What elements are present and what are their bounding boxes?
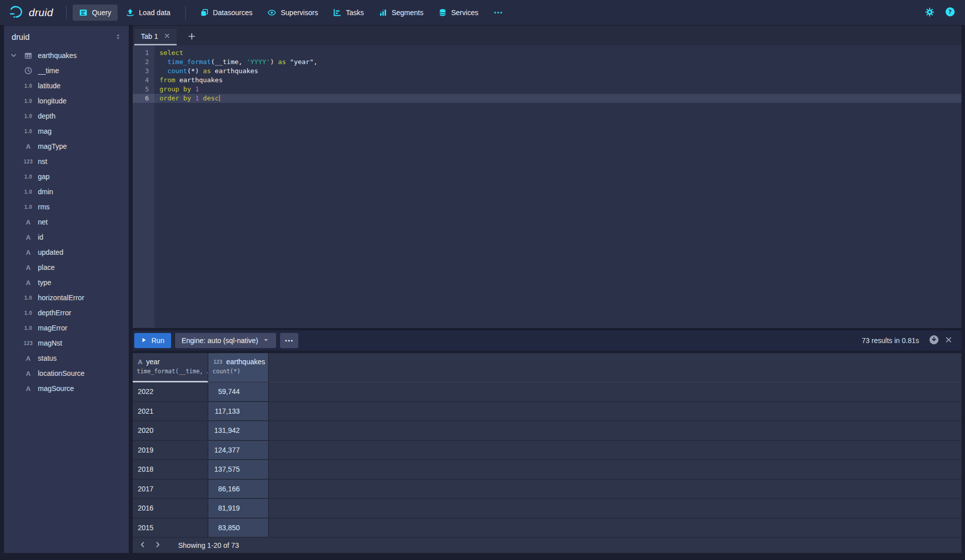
help-button[interactable]: ? xyxy=(944,6,956,19)
row-filler xyxy=(269,441,961,460)
nav-item-segments[interactable]: Segments xyxy=(372,5,430,21)
cell-year[interactable]: 2015 xyxy=(133,519,208,537)
cell-earthquakes[interactable]: 117,133 xyxy=(208,402,269,421)
table-row: 2021117,133 xyxy=(133,402,961,422)
column-label: depthError xyxy=(38,309,71,317)
code-line-4[interactable]: 4from earthquakes xyxy=(133,76,961,85)
download-results-button[interactable] xyxy=(928,334,940,347)
column-locationSource[interactable]: AlocationSource xyxy=(4,366,129,381)
column-depth[interactable]: 1.0depth xyxy=(4,108,129,124)
sort-icon[interactable] xyxy=(115,33,122,42)
column-label: gap xyxy=(38,173,49,181)
string-type-icon: A xyxy=(21,218,35,226)
prev-page-button[interactable] xyxy=(135,539,150,552)
row-filler xyxy=(269,421,961,440)
column-updated[interactable]: Aupdated xyxy=(4,245,129,260)
cell-earthquakes[interactable]: 124,377 xyxy=(208,441,269,460)
download-icon xyxy=(929,335,939,346)
column-magError[interactable]: 1.0magError xyxy=(4,320,129,335)
code-line-2[interactable]: 2 time_format(__time, 'YYYY') as "year", xyxy=(133,58,961,67)
next-page-button[interactable] xyxy=(150,539,165,552)
cell-earthquakes[interactable]: 131,942 xyxy=(208,421,269,440)
cell-year[interactable]: 2019 xyxy=(133,441,208,460)
column-rms[interactable]: 1.0rms xyxy=(4,199,129,214)
column-earthquakes[interactable]: earthquakes xyxy=(4,48,129,63)
cell-year[interactable]: 2021 xyxy=(133,402,208,421)
cell-earthquakes[interactable]: 86,166 xyxy=(208,480,269,498)
column-magNst[interactable]: 123magNst xyxy=(4,335,129,351)
int-type-icon: 123 xyxy=(21,341,35,346)
cell-year[interactable]: 2017 xyxy=(133,480,208,498)
code-line-6[interactable]: 6order by 1 desc xyxy=(133,94,961,103)
column-time[interactable]: __time xyxy=(4,63,129,78)
nav-item-datasources[interactable]: Datasources xyxy=(194,5,259,21)
code-line-5[interactable]: 5group by 1 xyxy=(133,85,961,94)
column-id[interactable]: Aid xyxy=(4,230,129,245)
chevron-down-icon[interactable] xyxy=(10,52,21,59)
sql-editor[interactable]: 1select2 time_format(__time, 'YYYY') as … xyxy=(133,45,961,328)
code-content: group by 1 xyxy=(154,85,199,94)
column-type[interactable]: Atype xyxy=(4,275,129,290)
cell-year[interactable]: 2016 xyxy=(133,499,208,518)
nav-item-services[interactable]: Services xyxy=(432,5,485,21)
nav-item-supervisors[interactable]: Supervisors xyxy=(261,5,325,21)
results-panel: A year time_format(__time, … 123 earthqu… xyxy=(133,353,961,553)
close-icon xyxy=(945,336,952,345)
column-place[interactable]: Aplace xyxy=(4,260,129,275)
row-filler xyxy=(269,402,961,421)
tab-tab1[interactable]: Tab 1 xyxy=(134,29,177,45)
settings-button[interactable] xyxy=(924,7,935,19)
column-tree: earthquakes__time1.0latitude1.0longitude… xyxy=(4,48,129,396)
column-dmin[interactable]: 1.0dmin xyxy=(4,184,129,199)
float-type-icon: 1.0 xyxy=(21,83,35,89)
column-status[interactable]: Astatus xyxy=(4,351,129,366)
column-nst[interactable]: 123nst xyxy=(4,154,129,169)
float-type-icon: 1.0 xyxy=(21,204,35,210)
column-label: nst xyxy=(38,157,47,165)
string-type-icon: A xyxy=(21,264,35,271)
int-type-icon: 123 xyxy=(213,359,223,365)
tab-bar: Tab 1 xyxy=(133,25,961,45)
druid-logo[interactable]: druid xyxy=(9,5,53,21)
column-magSource[interactable]: AmagSource xyxy=(4,381,129,396)
tab-close-button[interactable] xyxy=(164,33,170,40)
cell-earthquakes[interactable]: 81,919 xyxy=(208,499,269,518)
column-label: magType xyxy=(38,142,67,150)
cell-earthquakes[interactable]: 59,744 xyxy=(208,382,269,401)
engine-select[interactable]: Engine: auto (sql-native) xyxy=(175,333,277,348)
cell-earthquakes[interactable]: 137,575 xyxy=(208,460,269,479)
nav-item-query[interactable]: Query xyxy=(73,5,118,21)
column-depthError[interactable]: 1.0depthError xyxy=(4,305,129,320)
column-horizontalError[interactable]: 1.0horizontalError xyxy=(4,290,129,305)
nav-item-tasks[interactable]: Tasks xyxy=(327,5,370,21)
cell-year[interactable]: 2018 xyxy=(133,460,208,479)
table-row: 201786,166 xyxy=(133,480,961,499)
column-header-earthquakes[interactable]: 123 earthquakes count(*) xyxy=(208,353,269,382)
column-gap[interactable]: 1.0gap xyxy=(4,169,129,184)
column-latitude[interactable]: 1.0latitude xyxy=(4,78,129,93)
float-type-icon: 1.0 xyxy=(21,98,35,104)
schema-selector[interactable]: druid xyxy=(4,25,129,48)
more-options-button[interactable]: ••• xyxy=(280,333,298,348)
nav-item-label: Services xyxy=(451,9,478,17)
time-icon xyxy=(21,67,35,75)
nav-item-load-data[interactable]: Load data xyxy=(120,5,177,21)
cell-year[interactable]: 2020 xyxy=(133,421,208,440)
column-net[interactable]: Anet xyxy=(4,214,129,230)
column-longitude[interactable]: 1.0longitude xyxy=(4,93,129,108)
column-header-year[interactable]: A year time_format(__time, … xyxy=(133,353,208,382)
cell-year[interactable]: 2022 xyxy=(133,382,208,401)
column-magType[interactable]: AmagType xyxy=(4,139,129,154)
nav-item-more[interactable] xyxy=(487,5,509,21)
float-type-icon: 1.0 xyxy=(21,129,35,134)
chevron-left-icon xyxy=(139,541,146,550)
code-line-1[interactable]: 1select xyxy=(133,48,961,58)
code-line-3[interactable]: 3 count(*) as earthquakes xyxy=(133,67,961,76)
close-results-button[interactable] xyxy=(944,335,953,346)
cell-earthquakes[interactable]: 83,850 xyxy=(208,519,269,537)
run-button[interactable]: Run xyxy=(134,333,171,348)
new-tab-button[interactable] xyxy=(185,29,199,45)
column-mag[interactable]: 1.0mag xyxy=(4,124,129,139)
svg-text:?: ? xyxy=(948,9,951,15)
code-content: select xyxy=(154,48,183,58)
